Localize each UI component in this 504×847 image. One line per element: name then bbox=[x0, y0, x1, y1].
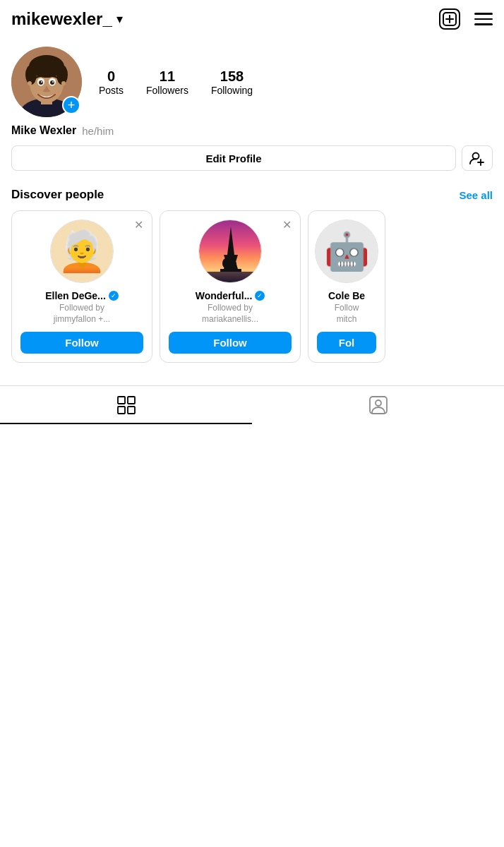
tab-tagged[interactable] bbox=[252, 386, 504, 424]
person-name-1: Wonderful... bbox=[196, 290, 253, 301]
person-avatar-1 bbox=[198, 220, 262, 283]
discover-header: Discover people See all bbox=[11, 188, 493, 202]
discover-cards: ✕ 🧑‍🦳 Ellen DeGe... ✓ Followed byjimmyfa… bbox=[11, 210, 493, 363]
followed-by-1: Followed bymariakanellis... bbox=[202, 303, 258, 325]
person-card-1: ✕ W bbox=[160, 210, 301, 363]
svg-point-17 bbox=[61, 81, 66, 85]
person-avatar-0: 🧑‍🦳 bbox=[50, 220, 114, 283]
person-name-row-0: Ellen DeGe... ✓ bbox=[45, 290, 119, 301]
header-right bbox=[439, 8, 493, 30]
svg-rect-28 bbox=[118, 407, 125, 414]
svg-point-13 bbox=[50, 80, 54, 85]
svg-point-24 bbox=[229, 260, 236, 268]
profile-pronouns: he/him bbox=[82, 125, 114, 137]
add-post-icon[interactable] bbox=[439, 8, 460, 30]
posts-label: Posts bbox=[99, 85, 124, 96]
verified-badge-0: ✓ bbox=[109, 291, 119, 301]
following-label: Following bbox=[211, 85, 253, 96]
add-friend-button[interactable] bbox=[462, 145, 493, 171]
svg-rect-25 bbox=[199, 272, 261, 283]
following-count: 158 bbox=[220, 68, 244, 85]
profile-name-row: Mike Wexler he/him bbox=[11, 124, 493, 137]
posts-stat[interactable]: 0 Posts bbox=[99, 68, 124, 96]
edit-profile-button[interactable]: Edit Profile bbox=[11, 145, 456, 171]
person-card-2: 🤖 Cole Be Followmitch Fol bbox=[308, 210, 385, 363]
profile-section: + 0 Posts 11 Followers 158 Following Mik… bbox=[0, 38, 504, 176]
profile-name: Mike Wexler bbox=[11, 124, 76, 137]
close-card-1-icon[interactable]: ✕ bbox=[282, 218, 292, 232]
svg-point-14 bbox=[41, 81, 42, 83]
person-avatar-2: 🤖 bbox=[315, 220, 378, 283]
grid-icon bbox=[117, 396, 136, 414]
followers-stat[interactable]: 11 Followers bbox=[146, 68, 188, 96]
close-card-0-icon[interactable]: ✕ bbox=[134, 218, 143, 232]
followed-by-0: Followed byjimmyfallon +... bbox=[54, 303, 110, 325]
posts-count: 0 bbox=[107, 68, 115, 85]
following-stat[interactable]: 158 Following bbox=[211, 68, 253, 96]
add-avatar-button[interactable]: + bbox=[62, 96, 80, 114]
stats-container: 0 Posts 11 Followers 158 Following bbox=[99, 68, 253, 96]
person-name-row-2: Cole Be bbox=[328, 290, 365, 301]
svg-point-12 bbox=[39, 80, 43, 85]
svg-rect-26 bbox=[118, 397, 125, 404]
person-name-0: Ellen DeGe... bbox=[45, 290, 106, 301]
avatar-container: + bbox=[11, 47, 82, 117]
follow-button-2[interactable]: Fol bbox=[317, 332, 376, 354]
followers-label: Followers bbox=[146, 85, 188, 96]
follow-button-0[interactable]: Follow bbox=[20, 332, 143, 354]
person-card-0: ✕ 🧑‍🦳 Ellen DeGe... ✓ Followed byjimmyfa… bbox=[11, 210, 152, 363]
tab-bar bbox=[0, 385, 504, 424]
person-tag-icon bbox=[369, 396, 388, 414]
paris-avatar-image bbox=[199, 220, 261, 283]
tab-grid[interactable] bbox=[0, 386, 252, 424]
chevron-down-icon[interactable]: ▾ bbox=[116, 11, 123, 27]
menu-icon[interactable] bbox=[474, 13, 493, 25]
cole-avatar-image: 🤖 bbox=[316, 220, 378, 283]
header-left: mikewexler_ ▾ bbox=[11, 9, 123, 29]
svg-rect-29 bbox=[128, 407, 135, 414]
followers-count: 11 bbox=[160, 68, 175, 85]
svg-point-31 bbox=[376, 400, 381, 406]
verified-badge-1: ✓ bbox=[255, 291, 265, 301]
svg-point-16 bbox=[28, 81, 32, 85]
svg-rect-27 bbox=[128, 397, 135, 404]
discover-title: Discover people bbox=[11, 188, 104, 202]
person-name-2: Cole Be bbox=[328, 290, 365, 301]
follow-button-1[interactable]: Follow bbox=[169, 332, 292, 354]
svg-point-15 bbox=[52, 81, 54, 83]
ellen-avatar-image: 🧑‍🦳 bbox=[51, 220, 113, 283]
followed-by-2: Followmitch bbox=[335, 303, 359, 325]
person-name-row-1: Wonderful... ✓ bbox=[196, 290, 265, 301]
svg-point-23 bbox=[222, 258, 229, 268]
profile-buttons-row: Edit Profile bbox=[11, 145, 493, 171]
see-all-button[interactable]: See all bbox=[459, 189, 493, 201]
username-label[interactable]: mikewexler_ bbox=[11, 9, 112, 29]
svg-rect-22 bbox=[220, 269, 241, 272]
header: mikewexler_ ▾ bbox=[0, 0, 504, 38]
discover-section: Discover people See all ✕ 🧑‍🦳 Ellen DeGe… bbox=[0, 176, 504, 368]
profile-top: + 0 Posts 11 Followers 158 Following bbox=[11, 47, 493, 117]
